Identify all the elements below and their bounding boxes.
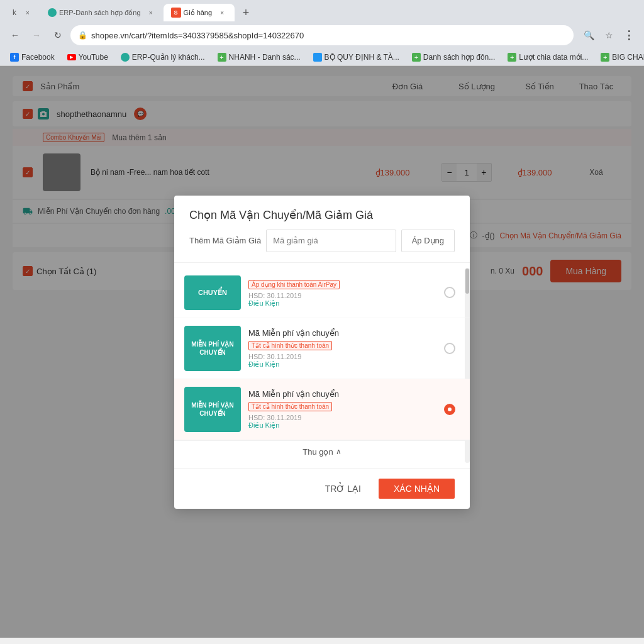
tab-3-label: Giỏ hàng (184, 9, 213, 17)
chevron-up-icon: ∧ (336, 447, 341, 456)
bookmark-bigchange-label: BIG CHANGE (612, 53, 644, 62)
bookmark-danhsach[interactable]: + Danh sách hợp đôn... (408, 52, 499, 63)
modal-footer: TRỞ LẠI XÁC NHẬN (174, 468, 470, 509)
bookmark-nhanh-label: NHANH - Danh sác... (229, 53, 301, 62)
promo-input-row: Thêm Mã Giảm Giá Áp Dụng (189, 230, 455, 252)
address-bar[interactable]: 🔒 shopee.vn/cart/?itemIds=3403379585&sho… (70, 25, 574, 45)
voucher-1-condition[interactable]: Điều Kiện (248, 299, 432, 308)
forward-button[interactable]: → (28, 26, 45, 44)
modal-title: Chọn Mã Vận Chuyển/Mã Giảm Giá (189, 208, 455, 222)
voucher-3-condition[interactable]: Điều Kiện (248, 421, 432, 430)
voucher-2-hsd: HSD: 30.11.2019 (248, 353, 432, 360)
modal-overlay: Chọn Mã Vận Chuyển/Mã Giảm Giá Thêm Mã G… (0, 66, 644, 638)
tab-2[interactable]: ERP-Danh sách hợp đồng × (40, 4, 164, 21)
voucher-item-1: CHUYỂN Áp dụng khi thanh toán AirPay HSD… (174, 268, 470, 318)
tab-1-close[interactable]: × (23, 8, 33, 18)
tab-2-close[interactable]: × (146, 8, 156, 18)
voucher-2-name: Mã Miễn phí vận chuyển (248, 328, 432, 338)
lock-icon: 🔒 (78, 31, 87, 40)
bookmark-erp-label: ERP-Quản lý khách... (132, 53, 205, 62)
promo-code-input[interactable] (266, 230, 396, 252)
voucher-1-badge: CHUYỂN (184, 275, 241, 310)
page-content: Sản Phẩm Đơn Giá Số Lượng Số Tiền Thao T… (0, 66, 644, 638)
collapse-button[interactable]: Thu gọn ∧ (174, 440, 470, 463)
voucher-list: CHUYỂN Áp dụng khi thanh toán AirPay HSD… (174, 263, 470, 468)
refresh-button[interactable]: ↻ (49, 26, 67, 44)
voucher-2-radio[interactable] (440, 326, 460, 371)
voucher-item-2: MIỄN PHÍ VẬN CHUYỂN Mã Miễn phí vận chuy… (174, 318, 470, 379)
tab-1[interactable]: k × (5, 4, 40, 21)
erp-bookmark-icon (121, 53, 130, 62)
voucher-3-payment-tag: Tất cả hình thức thanh toán (248, 400, 432, 414)
url-text: shopee.vn/cart/?itemIds=3403379585&shopI… (91, 31, 304, 40)
voucher-1-radio-circle[interactable] (444, 287, 455, 298)
voucher-3-radio[interactable] (440, 387, 460, 432)
voucher-3-name: Mã Miễn phí vận chuyển (248, 389, 432, 399)
confirm-button[interactable]: XÁC NHẬN (379, 479, 455, 499)
bookmark-luotchia[interactable]: + Lượt chia data mới... (504, 52, 592, 63)
bookmark-bigchange[interactable]: + BIG CHANGE (597, 52, 644, 63)
voucher-2-info: Mã Miễn phí vận chuyển Tất cả hình thức … (241, 326, 440, 371)
tab-3[interactable]: S Giỏ hàng × (164, 4, 235, 21)
menu-button[interactable]: ⋮ (620, 26, 638, 44)
collapse-label: Thu gọn (303, 447, 333, 457)
tab-2-label: ERP-Danh sách hợp đồng (59, 9, 141, 17)
voucher-2-condition[interactable]: Điều Kiện (248, 360, 432, 369)
voucher-2-payment-tag: Tất cả hình thức thanh toán (248, 339, 432, 353)
tab-3-close[interactable]: × (217, 8, 227, 18)
nhanh-icon: + (218, 53, 226, 62)
boquydinh-icon (313, 53, 322, 62)
new-tab-button[interactable]: + (237, 4, 255, 21)
voucher-3-info: Mã Miễn phí vận chuyển Tất cả hình thức … (241, 387, 440, 432)
search-button[interactable]: 🔍 (580, 26, 597, 44)
facebook-icon: f (10, 53, 19, 62)
voucher-3-badge: MIỄN PHÍ VẬN CHUYỂN (184, 387, 241, 432)
bookmark-boquydinh-label: BỘ QUY ĐỊNH & TÀ... (325, 53, 399, 62)
back-button-modal[interactable]: TRỞ LẠI (315, 479, 371, 499)
bookmark-nhanh[interactable]: + NHANH - Danh sác... (214, 52, 304, 63)
voucher-1-hsd: HSD: 30.11.2019 (248, 292, 432, 299)
bookmark-erp[interactable]: ERP-Quản lý khách... (117, 52, 209, 63)
modal-header: Chọn Mã Vận Chuyển/Mã Giảm Giá Thêm Mã G… (174, 196, 470, 263)
shopee-tab-icon: S (171, 8, 181, 18)
bigchange-icon: + (601, 53, 609, 62)
tab-bar: k × ERP-Danh sách hợp đồng × S Giỏ hàng … (0, 0, 644, 21)
voucher-1-info: Áp dụng khi thanh toán AirPay HSD: 30.11… (241, 275, 440, 310)
bookmark-star-button[interactable]: ☆ (600, 26, 618, 44)
voucher-item-3: MIỄN PHÍ VẬN CHUYỂN Mã Miễn phí vận chuy… (174, 379, 470, 440)
bookmark-youtube[interactable]: ▶ YouTube (64, 52, 112, 63)
danhsach-icon: + (412, 53, 421, 62)
voucher-modal: Chọn Mã Vận Chuyển/Mã Giảm Giá Thêm Mã G… (174, 196, 470, 509)
voucher-2-radio-circle[interactable] (444, 343, 455, 354)
promo-input-label: Thêm Mã Giảm Giá (189, 236, 261, 245)
voucher-3-radio-circle[interactable] (444, 404, 455, 415)
luotchia-icon: + (508, 53, 516, 62)
voucher-3-hsd: HSD: 30.11.2019 (248, 414, 432, 421)
bookmark-boquydinh[interactable]: BỘ QUY ĐỊNH & TÀ... (309, 52, 403, 63)
browser-chrome: k × ERP-Danh sách hợp đồng × S Giỏ hàng … (0, 0, 644, 66)
voucher-1-radio[interactable] (440, 275, 460, 310)
apply-promo-button[interactable]: Áp Dụng (401, 230, 455, 252)
voucher-2-badge: MIỄN PHÍ VẬN CHUYỂN (184, 326, 241, 371)
bookmark-luotchia-label: Lượt chia data mới... (519, 53, 588, 62)
bookmark-facebook-label: Facebook (21, 53, 55, 62)
youtube-icon: ▶ (67, 54, 76, 60)
bookmark-facebook[interactable]: f Facebook (6, 52, 58, 63)
erp-icon (48, 8, 57, 17)
bookmark-danhsach-label: Danh sách hợp đôn... (423, 53, 495, 62)
voucher-1-promo-tag: Áp dụng khi thanh toán AirPay (248, 278, 432, 292)
bookmarks-bar: f Facebook ▶ YouTube ERP-Quản lý khách..… (0, 49, 644, 66)
bookmark-youtube-label: YouTube (79, 53, 108, 62)
address-bar-row: ← → ↻ 🔒 shopee.vn/cart/?itemIds=34033795… (0, 21, 644, 49)
tab-1-label: k (13, 8, 16, 17)
address-actions: 🔍 ☆ ⋮ (580, 26, 638, 44)
back-button[interactable]: ← (6, 26, 24, 44)
